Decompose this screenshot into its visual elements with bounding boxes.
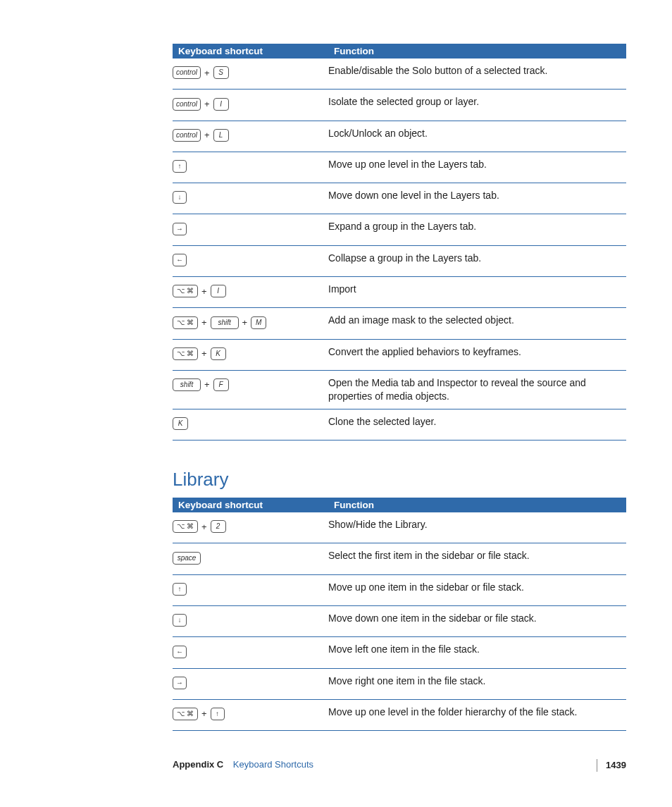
table-row: ←Move left one item in the file stack. — [173, 637, 626, 668]
table-row: control+SEnable/disable the Solo button … — [173, 58, 626, 90]
shortcut-cell: → — [173, 214, 328, 245]
key-i: I — [213, 98, 229, 111]
footer-appendix: Appendix C — [173, 759, 223, 770]
col-shortcut: Keyboard shortcut — [173, 44, 328, 58]
shortcut-cell: ↑ — [173, 152, 328, 183]
function-cell: Move up one level in the folder hierarch… — [328, 699, 626, 730]
function-cell: Convert the applied behaviors to keyfram… — [328, 339, 626, 370]
table-row: KClone the selected layer. — [173, 409, 626, 440]
table-row: ↑Move up one item in the sidebar or file… — [173, 574, 626, 605]
shortcut-cell: ← — [173, 637, 328, 668]
shortcut-cell: ↓ — [173, 605, 328, 636]
shortcut-cell: control+I — [173, 90, 328, 121]
function-cell: Isolate the selected group or layer. — [328, 90, 626, 121]
shortcut-cell: ⌥ ⌘+shift+M — [173, 308, 328, 339]
function-cell: Lock/Unlock an object. — [328, 121, 626, 152]
left-arrow-key-icon: ← — [173, 254, 187, 266]
function-cell: Move up one level in the Layers tab. — [328, 152, 626, 183]
table-row: →Move right one item in the file stack. — [173, 668, 626, 699]
section-heading-library: Library — [173, 469, 626, 491]
key-control: control — [173, 129, 201, 142]
key-2: 2 — [211, 520, 226, 533]
key-shift: shift — [211, 316, 239, 329]
plus-separator: + — [198, 347, 211, 360]
key-shift: shift — [173, 378, 201, 391]
command-key-icon: ⌥ ⌘ — [173, 347, 198, 360]
plus-separator: + — [198, 316, 211, 329]
shortcut-cell: ⌥ ⌘+2 — [173, 512, 328, 543]
function-cell: Move down one item in the sidebar or fil… — [328, 605, 626, 636]
plus-separator: + — [201, 98, 213, 111]
shortcut-cell: shift+F — [173, 370, 328, 409]
left-arrow-key-icon: ← — [173, 646, 187, 658]
plus-separator: + — [198, 285, 211, 298]
table-row: ⌥ ⌘+IImport — [173, 277, 626, 308]
footer-title: Keyboard Shortcuts — [233, 759, 313, 770]
table-row: control+IIsolate the selected group or l… — [173, 90, 626, 121]
key-control: control — [173, 66, 201, 79]
right-arrow-key-icon: → — [173, 677, 187, 689]
plus-separator: + — [201, 129, 213, 142]
key-control: control — [173, 98, 201, 111]
table-row: ⌥ ⌘+shift+MAdd an image mask to the sele… — [173, 308, 626, 339]
function-cell: Clone the selected layer. — [328, 409, 626, 440]
key-space: space — [173, 552, 201, 565]
command-key-icon: ⌥ ⌘ — [173, 708, 198, 720]
function-cell: Move down one level in the Layers tab. — [328, 183, 626, 214]
col-function: Function — [328, 498, 626, 512]
table-row: shift+FOpen the Media tab and Inspector … — [173, 370, 626, 409]
table-row: ⌥ ⌘+↑Move up one level in the folder hie… — [173, 699, 626, 730]
function-cell: Show/Hide the Library. — [328, 512, 626, 543]
up-arrow-key-icon: ↑ — [173, 160, 187, 173]
col-function: Function — [328, 44, 626, 58]
shortcuts-table-1: Keyboard shortcut Function control+SEnab… — [173, 44, 626, 441]
function-cell: Select the first item in the sidebar or … — [328, 543, 626, 574]
table-row: ⌥ ⌘+2Show/Hide the Library. — [173, 512, 626, 543]
plus-separator: + — [198, 708, 211, 720]
function-cell: Add an image mask to the selected object… — [328, 308, 626, 339]
function-cell: Enable/disable the Solo button of a sele… — [328, 58, 626, 90]
shortcut-cell: control+S — [173, 58, 328, 90]
table-row: ↑Move up one level in the Layers tab. — [173, 152, 626, 183]
table-row: ⌥ ⌘+KConvert the applied behaviors to ke… — [173, 339, 626, 370]
function-cell: Open the Media tab and Inspector to reve… — [328, 370, 626, 409]
page-content: Keyboard shortcut Function control+SEnab… — [0, 0, 672, 759]
function-cell: Collapse a group in the Layers tab. — [328, 245, 626, 276]
shortcut-cell: ⌥ ⌘+↑ — [173, 699, 328, 730]
key-k: K — [211, 347, 226, 360]
key-m: M — [251, 316, 266, 329]
table-row: ↓Move down one item in the sidebar or fi… — [173, 605, 626, 636]
key-i: I — [211, 285, 226, 297]
shortcut-cell: ← — [173, 245, 328, 276]
plus-separator: + — [201, 67, 213, 80]
command-key-icon: ⌥ ⌘ — [173, 520, 198, 533]
table-row: →Expand a group in the Layers tab. — [173, 214, 626, 245]
table-row: ←Collapse a group in the Layers tab. — [173, 245, 626, 276]
down-arrow-key-icon: ↓ — [173, 191, 187, 204]
shortcut-cell: → — [173, 668, 328, 699]
page-footer: Appendix C Keyboard Shortcuts 1439 — [0, 759, 672, 798]
shortcut-cell: ↑ — [173, 574, 328, 605]
key-s: S — [213, 66, 229, 79]
shortcut-cell: ⌥ ⌘+I — [173, 277, 328, 308]
table-row: ↓Move down one level in the Layers tab. — [173, 183, 626, 214]
key-k: K — [173, 417, 188, 430]
function-cell: Expand a group in the Layers tab. — [328, 214, 626, 245]
plus-separator: + — [201, 378, 213, 391]
down-arrow-key-icon: ↓ — [173, 614, 187, 627]
command-key-icon: ⌥ ⌘ — [173, 316, 198, 329]
command-key-icon: ⌥ ⌘ — [173, 285, 198, 297]
shortcut-cell: space — [173, 543, 328, 574]
table-row: spaceSelect the first item in the sideba… — [173, 543, 626, 574]
shortcut-cell: ⌥ ⌘+K — [173, 339, 328, 370]
key-l: L — [213, 129, 229, 142]
shortcuts-table-2: Keyboard shortcut Function ⌥ ⌘+2Show/Hid… — [173, 498, 626, 731]
right-arrow-key-icon: → — [173, 223, 187, 235]
shortcut-cell: control+L — [173, 121, 328, 152]
shortcut-cell: ↓ — [173, 183, 328, 214]
footer-page-number: 1439 — [597, 759, 626, 772]
function-cell: Move up one item in the sidebar or file … — [328, 574, 626, 605]
table-row: control+LLock/Unlock an object. — [173, 121, 626, 152]
plus-separator: + — [239, 316, 251, 329]
function-cell: Move right one item in the file stack. — [328, 668, 626, 699]
